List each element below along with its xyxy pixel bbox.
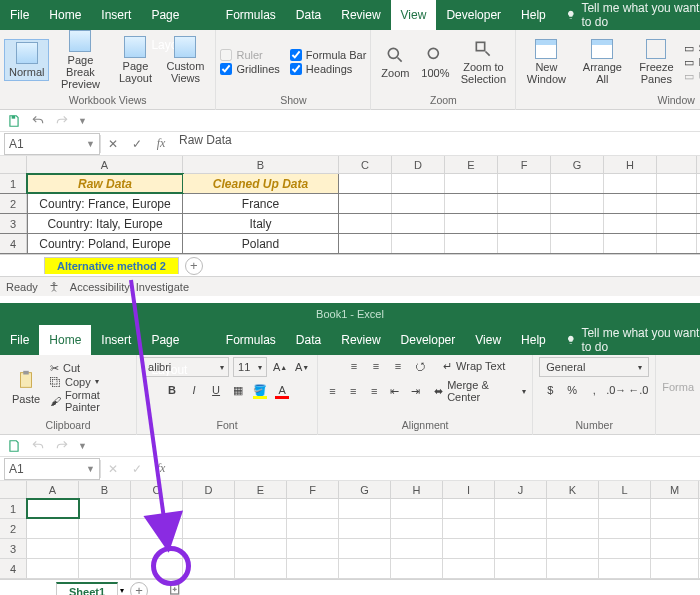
cell[interactable] — [495, 539, 547, 558]
cell[interactable] — [498, 194, 551, 213]
col-header-C[interactable]: C — [339, 156, 392, 173]
row-header-4[interactable]: 4 — [0, 559, 27, 578]
cell[interactable] — [599, 519, 651, 538]
copy-button[interactable]: ⿻Copy▾ — [50, 376, 130, 388]
cell[interactable] — [604, 194, 657, 213]
page-layout-button[interactable]: Page Layout — [111, 34, 159, 86]
row-header-2[interactable]: 2 — [0, 194, 27, 213]
unhide-button[interactable]: ▭Unhide — [684, 70, 700, 83]
new-window-button[interactable]: New Window — [520, 37, 572, 87]
cell[interactable] — [131, 499, 183, 518]
cell[interactable] — [547, 559, 599, 578]
cell[interactable] — [445, 234, 498, 253]
cell[interactable] — [657, 214, 697, 233]
underline-button[interactable]: U — [207, 381, 225, 399]
cell[interactable] — [235, 539, 287, 558]
row-header-1[interactable]: 1 — [0, 499, 27, 518]
formula-input[interactable] — [173, 458, 700, 480]
col-header-D[interactable]: D — [183, 481, 235, 498]
cell[interactable] — [131, 519, 183, 538]
freeze-panes-button[interactable]: Freeze Panes — [632, 37, 680, 87]
cell[interactable] — [498, 234, 551, 253]
cut-button[interactable]: ✂Cut — [50, 362, 130, 375]
undo-icon[interactable] — [30, 113, 46, 129]
cell[interactable] — [339, 539, 391, 558]
col-header-K[interactable]: K — [547, 481, 599, 498]
cell[interactable] — [183, 539, 235, 558]
cell[interactable] — [392, 214, 445, 233]
undo-icon[interactable] — [30, 438, 46, 454]
cell[interactable] — [79, 519, 131, 538]
tab-formulas[interactable]: Formulas — [216, 0, 286, 30]
percent-format-button[interactable]: % — [563, 381, 581, 399]
increase-decimal-button[interactable]: .0→ — [607, 381, 625, 399]
cell[interactable] — [79, 539, 131, 558]
decrease-font-icon[interactable]: A▼ — [293, 358, 311, 376]
cancel-formula-button[interactable]: ✕ — [101, 458, 125, 480]
cell[interactable] — [27, 519, 79, 538]
align-left-icon[interactable]: ≡ — [324, 382, 341, 400]
zoom-button[interactable]: Zoom — [375, 43, 415, 81]
arrange-all-button[interactable]: Arrange All — [576, 37, 628, 87]
cell-B2[interactable]: France — [183, 194, 339, 213]
hide-button[interactable]: ▭Hide — [684, 56, 700, 69]
sheet-tab-alternative-method-2[interactable]: Alternative method 2 — [44, 257, 179, 274]
cell[interactable] — [495, 499, 547, 518]
cell[interactable] — [339, 519, 391, 538]
paste-button[interactable]: Paste — [6, 367, 46, 407]
cell[interactable] — [651, 499, 699, 518]
tab-home[interactable]: Home — [39, 325, 91, 355]
col-header-G[interactable]: G — [339, 481, 391, 498]
cell[interactable] — [443, 559, 495, 578]
cell[interactable] — [651, 559, 699, 578]
cell[interactable] — [443, 519, 495, 538]
tell-me-search[interactable]: Tell me what you want to do — [566, 326, 700, 354]
tab-page-layout[interactable]: Page Layout — [141, 325, 215, 355]
cell[interactable] — [27, 539, 79, 558]
cell[interactable] — [391, 499, 443, 518]
cell[interactable] — [445, 174, 498, 193]
row-header-4[interactable]: 4 — [0, 234, 27, 253]
col-header-D[interactable]: D — [392, 156, 445, 173]
tab-developer[interactable]: Developer — [436, 0, 511, 30]
cell[interactable] — [339, 174, 392, 193]
italic-button[interactable]: I — [185, 381, 203, 399]
col-header-L[interactable]: L — [599, 481, 651, 498]
headings-checkbox[interactable]: Headings — [290, 63, 367, 75]
fx-button[interactable]: fx — [149, 133, 173, 155]
col-header-B[interactable]: B — [79, 481, 131, 498]
formula-bar-checkbox[interactable]: Formula Bar — [290, 49, 367, 61]
accessibility-status[interactable]: Accessibility: Investigate — [70, 281, 189, 293]
tab-developer[interactable]: Developer — [391, 325, 466, 355]
tab-view[interactable]: View — [391, 0, 437, 30]
save-icon[interactable] — [6, 113, 22, 129]
increase-font-icon[interactable]: A▲ — [271, 358, 289, 376]
name-box[interactable]: A1▼ — [4, 458, 100, 480]
col-header-F[interactable]: F — [287, 481, 339, 498]
cell[interactable] — [235, 499, 287, 518]
cell[interactable] — [339, 194, 392, 213]
bold-button[interactable]: B — [163, 381, 181, 399]
increase-indent-icon[interactable]: ⇥ — [407, 382, 424, 400]
cell[interactable] — [547, 499, 599, 518]
col-header-H[interactable]: H — [391, 481, 443, 498]
cell-B1[interactable]: Cleaned Up Data — [183, 174, 339, 193]
name-box[interactable]: A1▼ — [4, 133, 100, 155]
qat-dropdown-icon[interactable]: ▼ — [78, 116, 87, 126]
cell[interactable] — [287, 559, 339, 578]
cell[interactable] — [392, 234, 445, 253]
cell[interactable] — [657, 194, 697, 213]
fx-button[interactable]: fx — [149, 458, 173, 480]
tab-file[interactable]: File — [0, 325, 39, 355]
cell[interactable] — [604, 234, 657, 253]
custom-views-button[interactable]: Custom Views — [159, 34, 211, 86]
tab-review[interactable]: Review — [331, 0, 390, 30]
zoom-100-button[interactable]: 100% — [415, 43, 455, 81]
align-top-icon[interactable]: ≡ — [345, 357, 363, 375]
cell[interactable] — [445, 194, 498, 213]
borders-button[interactable]: ▦ — [229, 381, 247, 399]
col-header-M[interactable]: M — [651, 481, 699, 498]
cell[interactable] — [551, 174, 604, 193]
cell[interactable] — [287, 499, 339, 518]
col-header-C[interactable]: C — [131, 481, 183, 498]
